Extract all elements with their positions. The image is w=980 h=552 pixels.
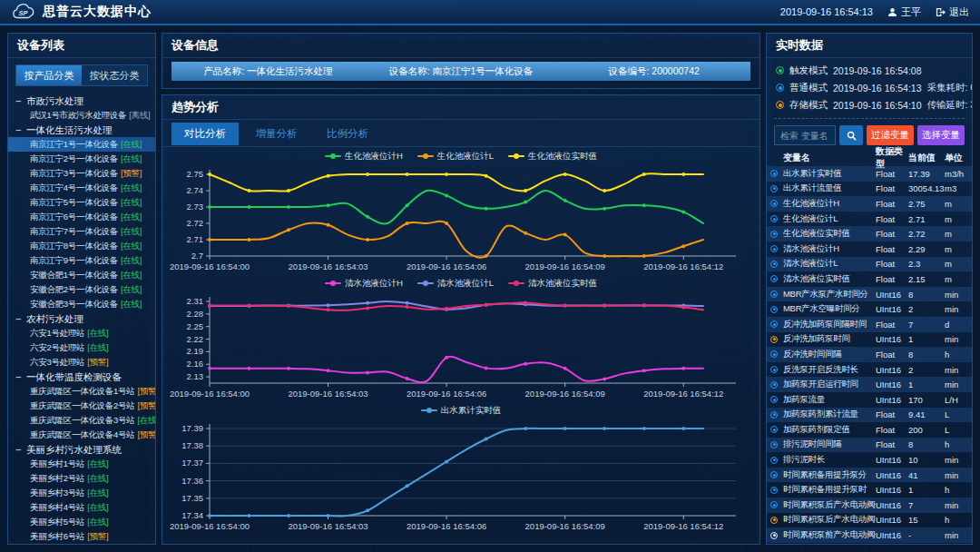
ring-icon (770, 320, 778, 328)
legend-marker-icon (421, 407, 437, 414)
variable-unit: min (945, 530, 968, 540)
device-tree-item[interactable]: 安徽合肥1号一体化设备[在线] (8, 268, 155, 282)
variable-row[interactable]: 排污泥时间间隔Float8h (767, 438, 972, 453)
legend-item[interactable]: 生化池液位计L (417, 151, 494, 163)
tree-group-header[interactable]: −一体化带温度检测设备 (8, 370, 155, 384)
legend-item[interactable]: 出水累计实时值 (421, 405, 502, 417)
collapse-icon[interactable]: − (15, 442, 26, 457)
variable-row[interactable]: 时间累积泵后产水电动阀分UInt167min (767, 498, 972, 513)
tab-increment-analysis[interactable]: 增量分析 (242, 123, 309, 145)
device-tree-item[interactable]: 南京江宁6号一体化设备[在线] (8, 210, 155, 224)
dashed-divider (774, 118, 965, 119)
variable-row[interactable]: 反冲洗加药泵时间UInt161min (767, 332, 972, 348)
user-menu[interactable]: 王平 (887, 5, 921, 19)
variable-row[interactable]: 时间累积备用提升泵分UInt1641min (767, 468, 972, 483)
variable-unit: L (945, 425, 968, 435)
device-tree-item[interactable]: 美丽乡村1号站[在线] (8, 457, 155, 471)
variable-row[interactable]: 出水累计流量值Float30054.13m3 (767, 182, 972, 197)
device-tree-item[interactable]: 南京江宁7号一体化设备[在线] (8, 224, 155, 239)
variable-row[interactable]: 生化池液位计LFloat2.71m (767, 212, 972, 227)
variable-search-input[interactable] (774, 125, 836, 145)
device-tree-item[interactable]: 重庆武隆区一体化设备4号站[预警] (8, 428, 155, 442)
tab-by-status[interactable]: 按状态分类 (82, 65, 147, 85)
variable-row[interactable]: 时间累积备用提升泵时UInt161h (767, 482, 972, 498)
device-status-badge: [在线] (87, 500, 108, 515)
legend-item[interactable]: 生化池液位实时值 (508, 151, 597, 163)
device-tree-item[interactable]: 六安3号处理站[预警] (8, 355, 155, 370)
legend-item[interactable]: 生化池液位计H (325, 151, 403, 163)
variable-row[interactable]: 时间累积泵前产水电动阀分UInt16-min (767, 527, 972, 543)
variable-row[interactable]: 出水累计实时值Float17.39m3/h (767, 166, 972, 182)
device-name: 南京江宁1号一体化设备 (30, 137, 118, 152)
realtime-data-panel: 实时数据 触发模式 2019-09-16 16:54:08 普通模式 2019-… (766, 33, 973, 545)
tree-group-header[interactable]: −一体化生活污水处理 (8, 123, 155, 137)
device-tree-item[interactable]: 美丽乡村4号站[在线] (8, 500, 155, 515)
legend-item[interactable]: 清水池液位计H (325, 278, 403, 290)
variable-value: 41 (908, 470, 945, 480)
variable-row[interactable]: 时间累积泵后产水电动阀时UInt1615h (767, 513, 972, 528)
variable-row[interactable]: 清水池液位计HFloat2.29m (767, 242, 972, 257)
device-tree-item[interactable]: 南京江宁1号一体化设备[在线] (8, 137, 155, 152)
device-name: 重庆武隆区一体化设备4号站 (30, 428, 134, 442)
device-tree-item[interactable]: 南京江宁3号一体化设备[预警] (8, 166, 155, 181)
device-name: 重庆武隆区一体化设备2号站 (30, 399, 134, 413)
tab-compare-analysis[interactable]: 对比分析 (172, 123, 239, 145)
variable-name: 加药泵流量 (783, 394, 876, 406)
device-tree-item[interactable]: 安徽合肥2号一体化设备[在线] (8, 282, 155, 297)
tab-ratio-analysis[interactable]: 比例分析 (314, 123, 381, 145)
device-tree-item[interactable]: 美丽乡村6号站[预警] (8, 529, 155, 544)
tree-group-header[interactable]: −美丽乡村污水处理系统 (8, 442, 155, 457)
legend-item[interactable]: 清水池液位实时值 (508, 278, 597, 290)
variable-unit: min (945, 470, 968, 480)
device-tree-item[interactable]: 美丽乡村2号站[在线] (8, 471, 155, 486)
variable-name: 出水累计流量值 (783, 182, 876, 194)
variable-row[interactable]: 反冲洗时间间隔Float8h (767, 347, 972, 362)
device-tree-item[interactable]: 南京江宁8号一体化设备[在线] (8, 239, 155, 253)
device-tree-item[interactable]: 六安1号处理站[在线] (8, 326, 155, 340)
device-tree-item[interactable]: 美丽乡村3号站[在线] (8, 486, 155, 500)
tree-group-header[interactable]: −市政污水处理 (8, 94, 155, 108)
device-name: 南京江宁2号一体化设备 (30, 152, 118, 166)
device-tree-item[interactable]: 重庆武隆区一体化设备3号站[在线] (8, 413, 155, 428)
device-tree-item[interactable]: 武汉1号市政污水处理设备[离线] (8, 108, 155, 123)
device-tree-item[interactable]: 重庆武隆区一体化设备2号站[预警] (8, 399, 155, 413)
device-tree-item[interactable]: 南京江宁5号一体化设备[在线] (8, 195, 155, 210)
variable-row[interactable]: 加药泵开启运行时间UInt161min (767, 377, 972, 392)
logout-button[interactable]: 退出 (936, 5, 969, 19)
tab-by-product[interactable]: 按产品分类 (16, 65, 82, 85)
variable-unit: m3 (945, 183, 968, 193)
device-tree-item[interactable]: 重庆武隆区一体化设备1号站[预警] (8, 384, 155, 399)
variable-row[interactable]: 加药泵药剂累计流量Float9.41L (767, 408, 972, 423)
filter-variables-button[interactable]: 过滤变量 (867, 125, 914, 145)
variable-row[interactable]: 清水池液位实时值Float2.15m (767, 271, 972, 287)
variable-row[interactable]: 反冲洗加药泵间隔时间Float7d (767, 317, 972, 332)
device-tree-item[interactable]: 南京江宁9号一体化设备[在线] (8, 253, 155, 268)
variable-row[interactable]: 排污泥时长UInt1610min (767, 452, 972, 468)
device-tree-item[interactable]: 六安2号处理站[在线] (8, 340, 155, 355)
variable-row[interactable]: 反洗泵开启反洗时长UInt162min (767, 362, 972, 378)
collapse-icon[interactable]: − (15, 123, 26, 137)
tree-group-header[interactable]: −农村污水处理 (8, 311, 155, 326)
select-variables-button[interactable]: 选择变量 (917, 125, 965, 145)
variable-row[interactable]: MBR产水空曝时间分UInt162min (767, 301, 972, 317)
collapse-icon[interactable]: − (15, 311, 26, 326)
device-tree-item[interactable]: 南京江宁2号一体化设备[在线] (8, 152, 155, 166)
variable-row[interactable]: 清水池液位计LFloat2.3m (767, 257, 972, 272)
variable-row[interactable]: 生化池液位实时值Float2.72m (767, 226, 972, 242)
variable-unit: m3/h (945, 169, 968, 179)
svg-text:2.22: 2.22 (187, 334, 204, 344)
search-button[interactable] (839, 125, 863, 145)
device-tree-item[interactable]: 南京江宁4号一体化设备[在线] (8, 181, 155, 195)
variable-row[interactable]: 加药泵药剂限定值Float200L (767, 422, 972, 438)
device-tree-item[interactable]: 安徽合肥3号一体化设备[在线] (8, 297, 155, 311)
variable-row[interactable]: MBR产水泵产水时间分UInt168min (767, 287, 972, 302)
variable-row[interactable]: 生化池液位计HFloat2.75m (767, 196, 972, 212)
device-tree-item[interactable]: 美丽乡村5号站[在线] (8, 515, 155, 529)
storage-mode-time: 2019-09-16 16:54:10 (833, 100, 922, 111)
collapse-icon[interactable]: − (15, 94, 26, 108)
device-status-badge: [在线] (121, 152, 142, 166)
variable-value: 9.41 (908, 409, 945, 419)
legend-item[interactable]: 清水池液位计L (417, 278, 494, 290)
variable-row[interactable]: 加药泵流量UInt16170L/H (767, 392, 972, 408)
collapse-icon[interactable]: − (15, 370, 26, 384)
